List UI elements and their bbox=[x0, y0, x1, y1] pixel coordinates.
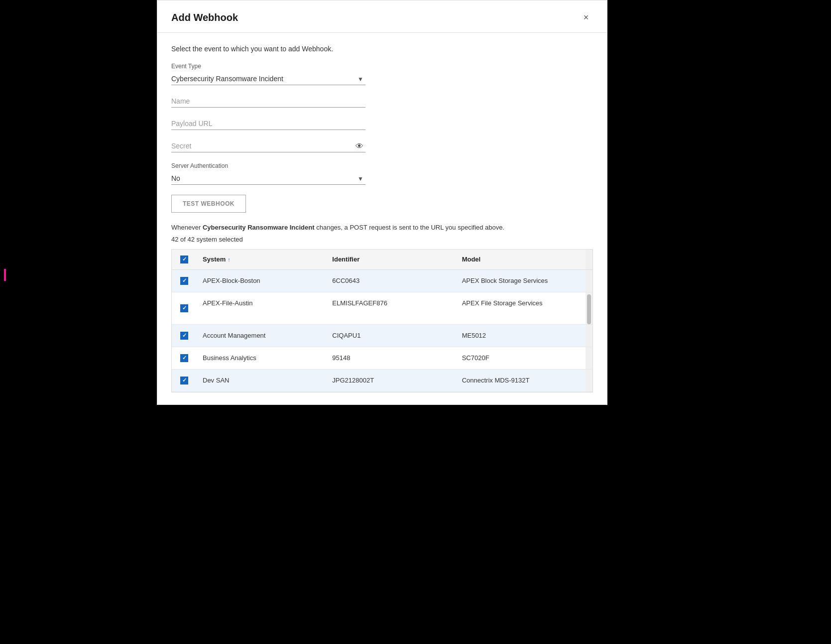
server-auth-select[interactable]: No Yes bbox=[171, 172, 365, 185]
row-scrollbar bbox=[586, 292, 593, 324]
event-type-group: Event Type Cybersecurity Ransomware Inci… bbox=[171, 63, 593, 85]
event-type-select[interactable]: Cybersecurity Ransomware Incident Other … bbox=[171, 73, 365, 85]
header-scrollbar bbox=[586, 250, 593, 269]
row-system: Business Analytics bbox=[197, 347, 326, 369]
row-checkbox-cell bbox=[172, 325, 197, 347]
sort-icon[interactable]: ↑ bbox=[228, 257, 231, 262]
left-panel bbox=[0, 0, 157, 644]
table-row: Account Management CIQAPU1 ME5012 bbox=[172, 325, 593, 347]
select-all-checkbox[interactable] bbox=[180, 256, 188, 263]
payload-url-group bbox=[171, 118, 593, 130]
row-model: APEX Block Storage Services bbox=[456, 270, 586, 292]
header-model: Model bbox=[456, 250, 586, 269]
description-text: Select the event to which you want to ad… bbox=[171, 45, 593, 53]
header-system-label: System bbox=[203, 256, 226, 263]
row-scrollbar bbox=[586, 370, 593, 391]
event-type-label: Event Type bbox=[171, 63, 593, 70]
info-text-after: changes, a POST request is sent to the U… bbox=[315, 224, 505, 231]
header-model-label: Model bbox=[462, 256, 481, 263]
modal-header: Add Webhook × bbox=[157, 0, 607, 33]
row-model: APEX File Storage Services bbox=[456, 292, 586, 324]
add-webhook-modal: Add Webhook × Select the event to which … bbox=[157, 0, 607, 405]
secret-group: 👁 bbox=[171, 140, 593, 152]
close-button[interactable]: × bbox=[579, 10, 593, 24]
count-text: 42 of 42 system selected bbox=[171, 236, 593, 243]
secret-wrapper: 👁 bbox=[171, 140, 365, 152]
row-scrollbar bbox=[586, 270, 593, 292]
info-text: Whenever Cybersecurity Ransomware Incide… bbox=[171, 223, 593, 233]
table-row: Business Analytics 95148 SC7020F bbox=[172, 347, 593, 370]
row-identifier: 6CC0643 bbox=[326, 270, 456, 292]
row-checkbox[interactable] bbox=[180, 304, 188, 312]
pink-accent bbox=[4, 269, 6, 281]
row-identifier: JPG2128002T bbox=[326, 370, 456, 391]
info-text-before: Whenever bbox=[171, 224, 203, 231]
secret-input[interactable] bbox=[171, 140, 365, 152]
modal-title: Add Webhook bbox=[171, 12, 238, 23]
server-auth-label: Server Authentication bbox=[171, 162, 593, 169]
row-checkbox-cell bbox=[172, 370, 197, 391]
table-body: APEX-Block-Boston 6CC0643 APEX Block Sto… bbox=[172, 270, 593, 392]
row-checkbox[interactable] bbox=[180, 377, 188, 385]
modal-body: Select the event to which you want to ad… bbox=[157, 33, 607, 404]
row-identifier: 95148 bbox=[326, 347, 456, 369]
header-identifier: Identifier bbox=[326, 250, 456, 269]
row-model: Connectrix MDS-9132T bbox=[456, 370, 586, 391]
systems-table: System ↑ Identifier Model APEX-Block-Bo bbox=[171, 249, 593, 392]
row-checkbox-cell bbox=[172, 292, 197, 324]
row-system: Dev SAN bbox=[197, 370, 326, 391]
event-type-select-wrapper: Cybersecurity Ransomware Incident Other … bbox=[171, 73, 365, 85]
row-identifier: ELMISLFAGEF876 bbox=[326, 292, 456, 324]
header-identifier-label: Identifier bbox=[332, 256, 359, 263]
table-header: System ↑ Identifier Model bbox=[172, 250, 593, 270]
row-model: ME5012 bbox=[456, 325, 586, 347]
table-row: APEX-Block-Boston 6CC0643 APEX Block Sto… bbox=[172, 270, 593, 292]
row-system: Account Management bbox=[197, 325, 326, 347]
row-checkbox[interactable] bbox=[180, 354, 188, 362]
name-group bbox=[171, 95, 593, 108]
eye-icon[interactable]: 👁 bbox=[356, 142, 363, 151]
row-system: APEX-File-Austin bbox=[197, 292, 326, 324]
server-auth-group: Server Authentication No Yes ▼ bbox=[171, 162, 593, 185]
row-checkbox[interactable] bbox=[180, 277, 188, 285]
header-system: System ↑ bbox=[197, 250, 326, 269]
test-webhook-button[interactable]: TEST WEBHOOK bbox=[171, 195, 246, 213]
row-system: APEX-Block-Boston bbox=[197, 270, 326, 292]
row-model: SC7020F bbox=[456, 347, 586, 369]
info-text-bold: Cybersecurity Ransomware Incident bbox=[203, 224, 315, 231]
table-row: Dev SAN JPG2128002T Connectrix MDS-9132T bbox=[172, 370, 593, 392]
payload-url-input[interactable] bbox=[171, 118, 365, 130]
header-checkbox-cell bbox=[172, 250, 197, 269]
row-checkbox-cell bbox=[172, 347, 197, 369]
row-checkbox[interactable] bbox=[180, 332, 188, 340]
row-scrollbar bbox=[586, 347, 593, 369]
row-scrollbar bbox=[586, 325, 593, 347]
table-row: APEX-File-Austin ELMISLFAGEF876 APEX Fil… bbox=[172, 292, 593, 325]
scrollbar-thumb[interactable] bbox=[587, 294, 591, 324]
name-input[interactable] bbox=[171, 95, 365, 108]
row-identifier: CIQAPU1 bbox=[326, 325, 456, 347]
server-auth-select-wrapper: No Yes ▼ bbox=[171, 172, 365, 185]
row-checkbox-cell bbox=[172, 270, 197, 292]
